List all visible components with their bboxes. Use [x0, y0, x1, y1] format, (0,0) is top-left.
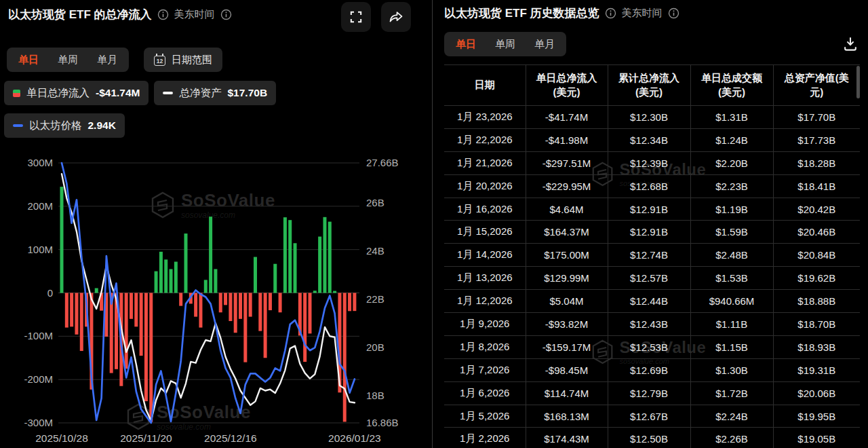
- date-cell: 1月 2,2026: [444, 428, 526, 448]
- inflow-bar: [199, 293, 202, 328]
- download-button[interactable]: [842, 35, 859, 54]
- value-cell: $20.46B: [773, 221, 860, 244]
- date-cell: 1月 7,2026: [444, 358, 526, 381]
- table-row: 1月 21,2026-$297.51M$12.39B$2.20B$18.28B: [444, 151, 860, 174]
- value-cell: $12.57B: [608, 267, 690, 290]
- share-icon: [388, 9, 404, 25]
- tab-monthly[interactable]: 单月: [525, 32, 564, 56]
- info-icon[interactable]: [668, 7, 679, 19]
- inflow-bar: [65, 293, 68, 328]
- date-cell: 1月 21,2026: [444, 151, 526, 174]
- inflow-bar: [174, 262, 178, 293]
- tab-monthly[interactable]: 单月: [87, 48, 127, 72]
- tab-daily[interactable]: 单日: [9, 48, 48, 72]
- fullscreen-button[interactable]: [341, 2, 371, 32]
- inflow-bar: [234, 293, 237, 333]
- value-cell: $12.79B: [608, 381, 690, 405]
- value-cell: $1.15B: [690, 335, 773, 358]
- tab-weekly[interactable]: 单周: [486, 32, 525, 56]
- inflow-bar: [194, 293, 197, 317]
- table-header-cell: 单日总净流入(美元): [526, 65, 608, 106]
- table-row: 1月 22,2026-$41.98M$12.34B$1.24B$17.73B: [444, 128, 860, 151]
- inflow-bar: [159, 252, 163, 293]
- inflow-bar: [149, 293, 153, 422]
- inflow-bar: [298, 293, 302, 336]
- download-icon: [842, 35, 859, 52]
- history-table: 日期单日总净流入(美元)累计总净流入(美元)单日总成交额(美元)总资产净值(美元…: [444, 64, 860, 448]
- y-axis-right-label: 20B: [366, 341, 384, 353]
- date-range-button[interactable]: 12 日期范围: [144, 48, 222, 72]
- table-row: 1月 16,2026$4.64M$12.91B$1.19B$20.42B: [444, 198, 860, 221]
- inflow-bar: [318, 237, 321, 293]
- legend-item-eth-price[interactable]: 以太坊价格 2.94K: [4, 113, 125, 138]
- right-panel-header: 以太坊现货 ETF 历史数据总览 美东时间: [444, 5, 679, 21]
- sosovalue-logo-icon: [126, 403, 151, 430]
- inflow-bar: [115, 293, 118, 369]
- value-cell: $19.31B: [773, 358, 860, 381]
- y-axis-left-label: -300M: [24, 417, 53, 428]
- table-header-cell: 总资产净值(美元): [773, 65, 860, 106]
- value-cell: $2.24B: [690, 405, 773, 428]
- fullscreen-icon: [349, 10, 363, 24]
- watermark-domain: sosovalue.com: [157, 422, 251, 432]
- tab-daily[interactable]: 单日: [446, 32, 486, 56]
- table-header-cell: 日期: [444, 65, 526, 106]
- inflow-bar: [85, 293, 88, 327]
- info-icon[interactable]: [157, 9, 169, 20]
- info-icon[interactable]: [605, 7, 616, 19]
- inflow-bar: [134, 293, 138, 327]
- date-cell: 1月 5,2026: [444, 405, 526, 428]
- value-cell: $12.39B: [608, 151, 690, 174]
- value-cell: $12.30B: [608, 106, 690, 129]
- share-button[interactable]: [381, 2, 411, 32]
- inflow-bar: [140, 293, 143, 356]
- legend-value: $17.70B: [227, 87, 267, 99]
- chart-controls: 单日 单周 单月 12 日期范围: [7, 48, 222, 72]
- y-axis-left-label: 300M: [27, 157, 53, 168]
- date-cell: 1月 22,2026: [444, 128, 526, 151]
- inflow-bar: [313, 291, 317, 293]
- legend-item-net-inflow[interactable]: 单日总净流入 -$41.74M: [4, 81, 149, 105]
- inflow-bar: [204, 280, 208, 293]
- info-icon[interactable]: [220, 9, 232, 20]
- value-cell: $1.53B: [690, 267, 773, 290]
- value-cell: -$93.82M: [526, 313, 608, 336]
- inflow-bar: [119, 293, 123, 386]
- table-scrollbar[interactable]: [856, 66, 860, 98]
- value-cell: $174.43M: [526, 428, 608, 448]
- value-cell: $18.41B: [773, 174, 860, 198]
- value-cell: $164.37M: [526, 221, 608, 244]
- value-cell: $12.50B: [608, 428, 690, 448]
- table-row: 1月 9,2026-$93.82M$12.43B$1.11B$18.70B: [444, 313, 860, 336]
- value-cell: $17.70B: [773, 106, 860, 129]
- history-table-body: 1月 23,2026-$41.74M$12.30B$1.31B$17.70B1月…: [444, 106, 860, 448]
- inflow-bar: [303, 293, 307, 362]
- value-cell: $2.23B: [690, 174, 773, 198]
- inflow-bar: [95, 288, 98, 293]
- date-cell: 1月 6,2026: [444, 381, 526, 405]
- history-table-head: 日期单日总净流入(美元)累计总净流入(美元)单日总成交额(美元)总资产净值(美元…: [444, 65, 860, 106]
- legend-item-net-assets[interactable]: 总净资产 $17.70B: [154, 81, 276, 105]
- legend-value: -$41.74M: [96, 87, 140, 99]
- inflow-bar: [219, 293, 222, 313]
- value-cell: $19.62B: [773, 267, 860, 290]
- inflow-bar: [273, 264, 277, 293]
- value-cell: $12.43B: [608, 313, 690, 336]
- chart-actions: [341, 2, 411, 32]
- table-row: 1月 8,2026-$159.17M$12.53B$1.15B$18.93B: [444, 335, 860, 358]
- tab-weekly[interactable]: 单周: [48, 48, 87, 72]
- y-axis-right-label: 26B: [366, 197, 384, 208]
- date-cell: 1月 9,2026: [444, 313, 526, 336]
- watermark-domain: sosovalue.com: [181, 210, 275, 220]
- watermark-name: SoSoValue: [181, 191, 275, 209]
- value-cell: $12.74B: [608, 244, 690, 267]
- inflow-bar: [214, 269, 217, 293]
- date-cell: 1月 12,2026: [444, 290, 526, 313]
- axis-labels: 300M200M100M0-100M-200M-300M27.66B26B24B…: [24, 157, 398, 444]
- y-axis-left-label: 100M: [27, 244, 53, 255]
- table-row: 1月 15,2026$164.37M$12.91B$1.59B$20.46B: [444, 221, 860, 244]
- inflow-bar: [264, 293, 267, 358]
- inflow-bar: [224, 293, 227, 305]
- inflow-bar: [75, 293, 78, 335]
- value-cell: $18.28B: [773, 151, 860, 174]
